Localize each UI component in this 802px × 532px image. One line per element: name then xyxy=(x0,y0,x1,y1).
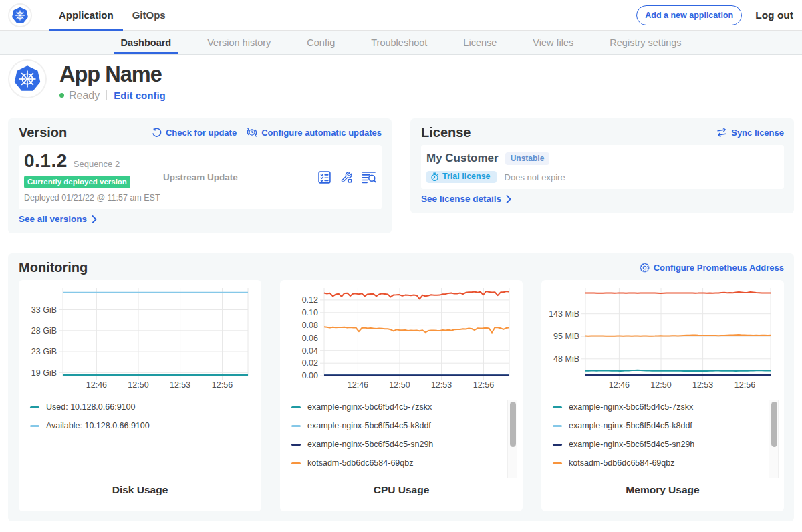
legend-scrollbar xyxy=(769,400,779,478)
x-axis-tick-label: 12:53 xyxy=(431,380,452,390)
subnav-tab-troubleshoot-label: Troubleshoot xyxy=(371,37,427,48)
x-axis-tick-label: 12:50 xyxy=(650,380,671,390)
cpu-usage-legend: example-nginx-5bc6f5d4c5-7zskxexample-ng… xyxy=(280,398,523,473)
kubernetes-logo[interactable] xyxy=(9,5,31,26)
edit-config-link[interactable]: Edit config xyxy=(114,90,166,101)
legend-item: example-nginx-5bc6f5d4c5-7zskx xyxy=(553,398,784,416)
chart-card-cpu-usage: 0.120.100.080.060.040.020.0012:4612:5012… xyxy=(280,280,523,511)
license-type-row: Trial license Does not expire xyxy=(426,171,779,183)
current-version-info: 0.1.2 Sequence 2 Currently deployed vers… xyxy=(24,152,163,203)
legend-label: example-nginx-5bc6f5d4c5-7zskx xyxy=(307,402,432,412)
config-wrench-icon[interactable] xyxy=(340,170,354,184)
app-icon xyxy=(9,61,45,97)
subnav-tab-dashboard[interactable]: Dashboard xyxy=(114,31,178,54)
legend-color-dash xyxy=(553,425,562,427)
monitoring-header: Monitoring Configure Prometheus Address xyxy=(19,259,784,275)
auto-update-clock-icon xyxy=(247,127,257,138)
view-logs-icon[interactable] xyxy=(362,170,376,184)
version-number: 0.1.2 xyxy=(24,152,68,170)
x-axis-tick-label: 12:53 xyxy=(692,380,713,390)
y-axis-tick-label: 0.02 xyxy=(302,358,318,368)
y-axis-tick-label: 0.00 xyxy=(302,371,318,380)
subnav-tab-license[interactable]: License xyxy=(456,31,503,54)
refresh-icon xyxy=(152,128,162,138)
logout-link[interactable]: Log out xyxy=(755,9,793,21)
ready-status-label: Ready xyxy=(69,90,100,102)
subnav-tab-registry-settings[interactable]: Registry settings xyxy=(603,31,688,54)
top-cards-row: Version Check for update xyxy=(8,118,794,233)
x-axis-tick-label: 12:50 xyxy=(128,380,148,390)
legend-item: Used: 10.128.0.66:9100 xyxy=(30,398,261,416)
y-axis-tick-label: 95 MiB xyxy=(553,331,579,341)
see-license-details-link[interactable]: See license details xyxy=(421,192,511,205)
subnav-tab-troubleshoot[interactable]: Troubleshoot xyxy=(364,31,434,54)
x-axis-tick-label: 12:46 xyxy=(348,380,368,390)
legend-label: example-nginx-5bc6f5d4c5-k8ddf xyxy=(307,421,431,430)
legend-label: example-nginx-5bc6f5d4c5-7zskx xyxy=(569,402,693,412)
legend-item: example-nginx-5bc6f5d4c5-sn29h xyxy=(553,435,784,454)
configure-automatic-updates-label: Configure automatic updates xyxy=(261,128,382,138)
license-card-header: License Sync license xyxy=(421,124,784,140)
monitoring-title: Monitoring xyxy=(19,260,88,275)
nav-tab-gitops-label: GitOps xyxy=(132,9,166,21)
x-axis-tick-label: 12:56 xyxy=(212,380,233,390)
kots-admin-dashboard: Application GitOps Add a new application… xyxy=(0,0,802,521)
legend-item: example-nginx-5bc6f5d4c5-k8ddf xyxy=(553,416,784,435)
subnav-tab-config[interactable]: Config xyxy=(300,31,342,54)
series-line xyxy=(324,327,509,333)
add-new-application-button[interactable]: Add a new application xyxy=(636,5,742,25)
preflight-checks-icon[interactable] xyxy=(317,170,331,184)
license-expiry-label: Does not expire xyxy=(505,172,565,182)
subnav-tab-version-history[interactable]: Version history xyxy=(200,31,277,54)
series-line xyxy=(585,335,771,336)
monitoring-section: Monitoring Configure Prometheus Address … xyxy=(8,253,794,521)
legend-label: Used: 10.128.0.66:9100 xyxy=(46,402,135,412)
sync-license-link[interactable]: Sync license xyxy=(716,128,784,138)
version-card-header: Version Check for update xyxy=(19,124,382,140)
legend-item: example-nginx-5bc6f5d4c5-7zskx xyxy=(291,398,523,416)
legend-item: example-nginx-5bc6f5d4c5-k8ddf xyxy=(291,416,523,435)
chevron-right-icon xyxy=(506,195,511,203)
subnav-tab-view-files[interactable]: View files xyxy=(526,31,580,54)
configure-prometheus-link[interactable]: Configure Prometheus Address xyxy=(640,263,784,273)
legend-color-dash xyxy=(291,462,301,464)
configure-automatic-updates-link[interactable]: Configure automatic updates xyxy=(247,127,382,138)
subnav-tab-license-label: License xyxy=(463,37,497,48)
app-status-row: Ready Edit config xyxy=(59,89,166,102)
scrollbar-thumb[interactable] xyxy=(771,402,777,447)
legend-color-dash xyxy=(291,444,301,446)
x-axis-tick-label: 12:46 xyxy=(86,380,107,390)
legend-color-dash xyxy=(553,406,562,408)
check-for-update-label: Check for update xyxy=(166,128,237,138)
nav-tab-application[interactable]: Application xyxy=(49,0,123,30)
subnav-tab-dashboard-label: Dashboard xyxy=(120,37,171,48)
subnav-tab-config-label: Config xyxy=(307,37,335,48)
gear-icon xyxy=(640,263,650,273)
sync-arrows-icon xyxy=(716,128,727,137)
scrollbar-thumb[interactable] xyxy=(510,402,516,447)
y-axis-tick-label: 33 GiB xyxy=(31,305,57,315)
memory-usage-chart-title: Memory Usage xyxy=(541,484,784,496)
legend-color-dash xyxy=(291,425,301,427)
nav-tab-gitops[interactable]: GitOps xyxy=(123,0,175,30)
x-axis-tick-label: 12:56 xyxy=(734,380,755,390)
check-for-update-link[interactable]: Check for update xyxy=(152,128,237,138)
version-number-row: 0.1.2 Sequence 2 xyxy=(24,152,163,170)
version-card-actions: Check for update Configure a xyxy=(152,127,382,138)
y-axis-tick-label: 0.06 xyxy=(302,334,318,343)
see-license-details-label: See license details xyxy=(421,194,501,204)
series-line xyxy=(585,292,771,293)
kubernetes-logo-icon xyxy=(11,7,29,24)
top-navbar: Application GitOps Add a new application… xyxy=(0,0,802,31)
subnav-tab-version-history-label: Version history xyxy=(207,37,271,48)
series-line xyxy=(324,291,509,299)
legend-scrollbar xyxy=(507,400,517,478)
y-axis-tick-label: 19 GiB xyxy=(31,368,57,378)
see-all-versions-link[interactable]: See all versions xyxy=(19,213,97,225)
dashboard-content: Version Check for update xyxy=(0,118,802,521)
license-card-title: License xyxy=(421,125,471,140)
stopwatch-icon xyxy=(430,172,439,182)
series-line xyxy=(585,370,771,371)
chart-plot: 33 GiB28 GiB23 GiB19 GiB12:4612:5012:531… xyxy=(19,280,261,394)
legend-color-dash xyxy=(30,425,39,427)
